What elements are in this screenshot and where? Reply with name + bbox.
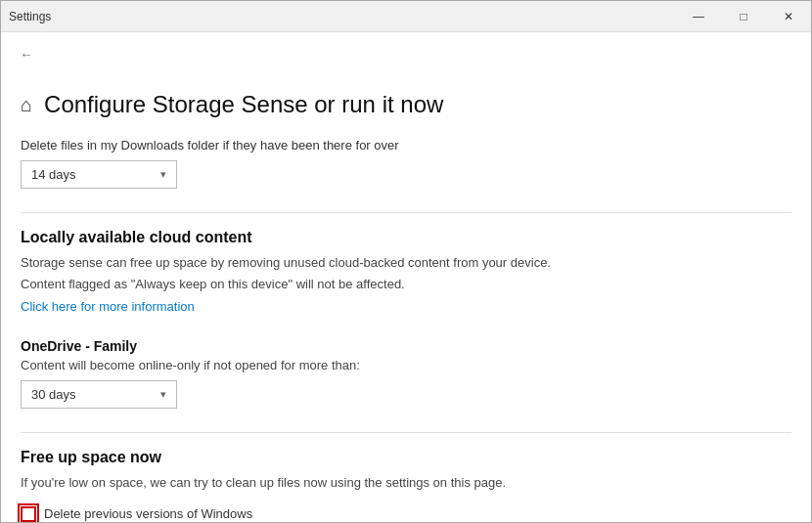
downloads-dropdown-arrow: ▾ [160, 168, 166, 181]
back-button[interactable]: ← [13, 40, 40, 67]
home-icon: ⌂ [21, 94, 32, 116]
settings-window: Settings — □ ✕ ← ⌂ Configure Storage Sen… [0, 0, 812, 523]
free-up-desc: If you're low on space, we can try to cl… [21, 474, 791, 492]
cloud-link[interactable]: Click here for more information [21, 299, 195, 314]
onedrive-heading: OneDrive - Family [21, 338, 791, 354]
divider-2 [21, 432, 791, 433]
onedrive-dropdown[interactable]: 30 days ▾ [21, 380, 177, 409]
onedrive-dropdown-arrow: ▾ [160, 388, 166, 401]
close-button[interactable]: ✕ [766, 1, 811, 32]
delete-windows-checkbox[interactable] [21, 506, 36, 522]
cloud-section: Locally available cloud content Storage … [21, 229, 791, 315]
delete-windows-row: Delete previous versions of Windows [21, 506, 791, 522]
minimize-button[interactable]: — [676, 1, 721, 32]
downloads-dropdown[interactable]: 14 days ▾ [21, 160, 177, 189]
cloud-heading: Locally available cloud content [21, 229, 791, 246]
delete-windows-label: Delete previous versions of Windows [44, 506, 252, 521]
title-bar-controls: — □ ✕ [676, 1, 811, 32]
downloads-section: Delete files in my Downloads folder if t… [21, 138, 791, 189]
onedrive-section: OneDrive - Family Content will become on… [21, 338, 791, 409]
title-bar-left: Settings [9, 10, 51, 23]
title-bar-title: Settings [9, 10, 51, 23]
main-content: ⌂ Configure Storage Sense or run it now … [1, 75, 811, 522]
nav-bar: ← [1, 32, 811, 75]
title-bar: Settings — □ ✕ [1, 1, 811, 32]
page-title: Configure Storage Sense or run it now [44, 91, 443, 118]
free-up-heading: Free up space now [21, 449, 791, 466]
downloads-dropdown-value: 14 days [31, 167, 76, 182]
cloud-desc1: Storage sense can free up space by remov… [21, 254, 791, 272]
divider-1 [21, 212, 791, 213]
onedrive-dropdown-value: 30 days [31, 387, 76, 402]
free-up-section: Free up space now If you're low on space… [21, 449, 791, 522]
maximize-button[interactable]: □ [721, 1, 766, 32]
downloads-label: Delete files in my Downloads folder if t… [21, 138, 791, 153]
cloud-desc2: Content flagged as "Always keep on this … [21, 276, 791, 293]
onedrive-desc: Content will become online-only if not o… [21, 358, 791, 372]
page-header: ⌂ Configure Storage Sense or run it now [21, 75, 791, 138]
